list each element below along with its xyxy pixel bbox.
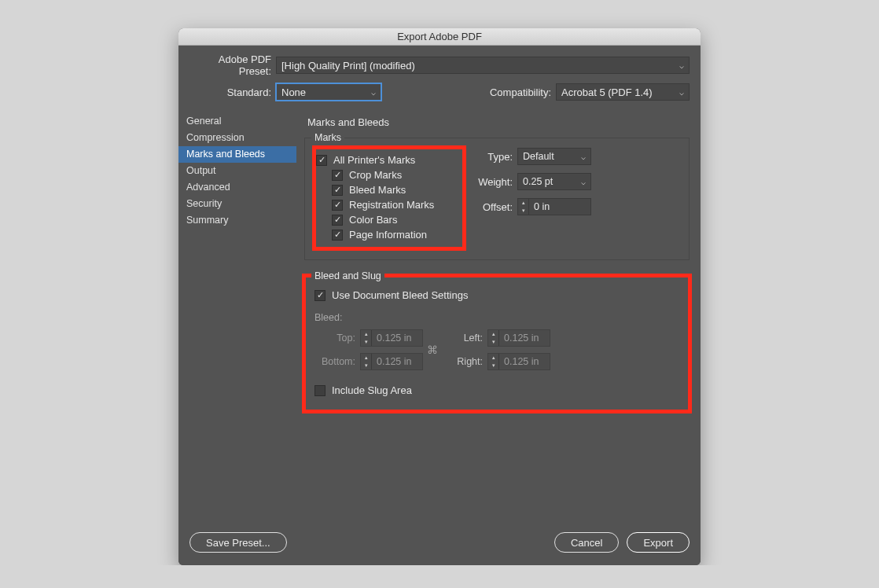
type-value: Default	[523, 151, 554, 162]
marks-group: Marks All Printer's Marks Crop Marks	[304, 138, 690, 260]
checkbox-page-information[interactable]	[332, 230, 343, 241]
sidebar-item-security[interactable]: Security	[178, 196, 296, 212]
marks-properties: Type: Default ⌵ Weight: 0.25 pt ⌵	[464, 148, 679, 248]
sidebar-item-compression[interactable]: Compression	[178, 130, 296, 146]
sidebar-item-advanced[interactable]: Advanced	[178, 179, 296, 196]
checkbox-color-bars[interactable]	[332, 215, 343, 226]
color-bars-label: Color Bars	[349, 214, 397, 226]
top-label: Top:	[314, 333, 360, 344]
spacer	[304, 427, 690, 513]
standard-value: None	[281, 86, 306, 98]
stepper-buttons[interactable]: ▴▾	[518, 199, 529, 215]
checkbox-crop-marks[interactable]	[332, 170, 343, 181]
weight-select[interactable]: 0.25 pt ⌵	[517, 173, 591, 190]
sidebar-item-general[interactable]: General	[178, 113, 296, 130]
chevron-down-icon: ⌵	[581, 178, 586, 186]
bleed-label: Bleed:	[314, 312, 679, 323]
checkbox-bleed-marks[interactable]	[332, 185, 343, 196]
dialog-export-pdf: Export Adobe PDF Adobe PDF Preset: [High…	[178, 28, 701, 565]
main-panel: Marks and Bleeds Marks All Printer's Mar…	[296, 110, 701, 521]
chevron-down-icon: ⌵	[581, 153, 586, 161]
use-document-bleed-label: Use Document Bleed Settings	[332, 289, 468, 301]
preset-label: Adobe PDF Preset:	[189, 53, 276, 77]
export-button[interactable]: Export	[627, 532, 690, 553]
chevron-down-icon: ⌵	[679, 88, 684, 97]
page-information-label: Page Information	[349, 229, 427, 241]
footer: Save Preset... Cancel Export	[178, 521, 701, 565]
bottom-value: 0.125 in	[372, 356, 422, 367]
standard-label: Standard:	[189, 86, 276, 98]
weight-value: 0.25 pt	[523, 176, 553, 187]
preset-value: [High Quality Print] (modified)	[281, 60, 415, 72]
type-select[interactable]: Default ⌵	[517, 148, 591, 165]
standard-select[interactable]: None ⌵	[276, 83, 381, 101]
sidebar-item-summary[interactable]: Summary	[178, 212, 296, 229]
right-value: 0.125 in	[499, 356, 550, 367]
marks-legend: Marks	[311, 132, 344, 143]
stepper-buttons[interactable]: ▴▾	[361, 354, 372, 369]
stepper-buttons[interactable]: ▴▾	[488, 354, 499, 369]
checkbox-include-slug[interactable]	[314, 385, 325, 396]
compatibility-select[interactable]: Acrobat 5 (PDF 1.4) ⌵	[556, 83, 690, 101]
bottom-label: Bottom:	[314, 356, 360, 367]
save-preset-button[interactable]: Save Preset...	[189, 532, 287, 553]
checkbox-registration-marks[interactable]	[332, 200, 343, 211]
top-value: 0.125 in	[372, 333, 422, 344]
offset-value: 0 in	[529, 201, 590, 212]
panel-title: Marks and Bleeds	[307, 116, 690, 128]
compatibility-label: Compatibility:	[490, 86, 556, 98]
window-title: Export Adobe PDF	[178, 28, 701, 46]
dialog-body: General Compression Marks and Bleeds Out…	[178, 110, 701, 521]
bottom-stepper[interactable]: ▴▾ 0.125 in	[360, 353, 423, 370]
sidebar: General Compression Marks and Bleeds Out…	[178, 110, 296, 521]
bleed-legend: Bleed and Slug	[311, 270, 384, 281]
compatibility-value: Acrobat 5 (PDF 1.4)	[561, 86, 653, 98]
left-value: 0.125 in	[499, 333, 550, 344]
chevron-down-icon: ⌵	[679, 61, 684, 70]
header: Adobe PDF Preset: [High Quality Print] (…	[178, 46, 701, 110]
crop-marks-label: Crop Marks	[349, 169, 402, 181]
checkbox-use-document-bleed[interactable]	[314, 290, 325, 301]
sidebar-item-marks-and-bleeds[interactable]: Marks and Bleeds	[178, 146, 296, 163]
sidebar-item-output[interactable]: Output	[178, 163, 296, 179]
chevron-down-icon: ⌵	[371, 88, 376, 97]
left-label: Left:	[442, 333, 487, 344]
checkbox-all-printers-marks[interactable]	[316, 155, 327, 166]
link-icon[interactable]: ⌘	[423, 344, 442, 356]
stepper-buttons[interactable]: ▴▾	[361, 330, 372, 346]
preset-select[interactable]: [High Quality Print] (modified) ⌵	[276, 57, 690, 74]
include-slug-label: Include Slug Area	[332, 384, 412, 396]
bleed-marks-label: Bleed Marks	[349, 184, 406, 196]
offset-label: Offset:	[470, 201, 517, 213]
cancel-button[interactable]: Cancel	[554, 532, 619, 553]
left-stepper[interactable]: ▴▾ 0.125 in	[487, 329, 550, 347]
registration-marks-label: Registration Marks	[349, 199, 434, 211]
top-stepper[interactable]: ▴▾ 0.125 in	[360, 329, 423, 347]
type-label: Type:	[470, 151, 517, 163]
right-stepper[interactable]: ▴▾ 0.125 in	[487, 353, 550, 370]
stepper-buttons[interactable]: ▴▾	[488, 330, 499, 346]
marks-highlight: All Printer's Marks Crop Marks Bleed Mar…	[314, 148, 464, 248]
bleed-slug-group: Bleed and Slug Use Document Bleed Settin…	[304, 276, 690, 411]
weight-label: Weight:	[470, 176, 517, 188]
offset-stepper[interactable]: ▴▾ 0 in	[517, 198, 591, 215]
all-printers-marks-label: All Printer's Marks	[333, 154, 415, 166]
right-label: Right:	[442, 356, 487, 367]
